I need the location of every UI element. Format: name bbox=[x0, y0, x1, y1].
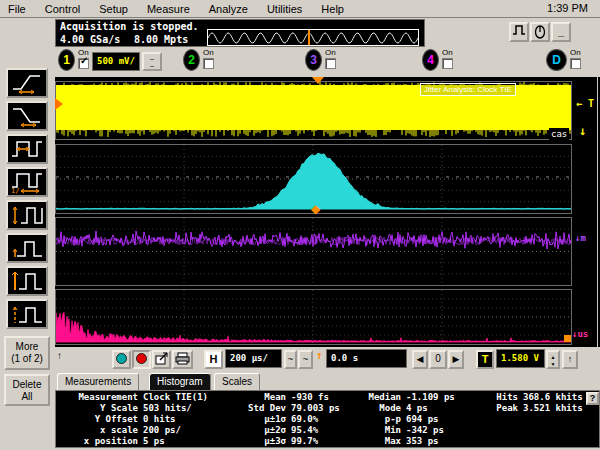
run-icon bbox=[116, 353, 127, 364]
result-value: 79.003 ps bbox=[291, 403, 340, 414]
acquisition-preview[interactable] bbox=[207, 29, 419, 46]
delay-right-button[interactable]: ▶ bbox=[448, 350, 464, 369]
jitter-analysis-annotation[interactable]: Jitter Analysis: Clock TIE bbox=[420, 83, 516, 96]
channel-2-button[interactable]: 2 bbox=[183, 49, 200, 71]
channel-3-button[interactable]: 3 bbox=[305, 49, 322, 71]
window-arrow-icon bbox=[155, 352, 168, 365]
peak-to-peak-icon bbox=[9, 203, 45, 227]
ch1-ground-marker-icon[interactable]: ↓ bbox=[579, 124, 586, 138]
meas-rise-time-button[interactable] bbox=[6, 68, 48, 98]
meas-frequency-button[interactable]: 1/ bbox=[6, 167, 48, 197]
menu-analyze[interactable]: Analyze bbox=[209, 3, 248, 15]
sample-rate-text: 4.00 GSa/s bbox=[60, 34, 120, 45]
meas-amplitude-button[interactable] bbox=[6, 266, 48, 296]
clock-display: 1:39 PM bbox=[547, 2, 588, 14]
trigger-level-display[interactable]: 1.580 V bbox=[496, 349, 545, 368]
acquisition-state-text: Acquisition is stopped. bbox=[60, 21, 198, 32]
menu-measure[interactable]: Measure bbox=[147, 3, 190, 15]
meas-fall-time-button[interactable] bbox=[6, 101, 48, 131]
meas-positive-width-button[interactable] bbox=[6, 134, 48, 164]
channel-2-on-label: On bbox=[203, 48, 214, 57]
timebase-scale-display[interactable]: 200 µs/ bbox=[225, 349, 282, 368]
menu-utilities[interactable]: Utilities bbox=[267, 3, 302, 15]
result-value: -1.109 ps bbox=[406, 392, 455, 403]
help-button[interactable]: ? bbox=[586, 392, 599, 405]
meas-average-button[interactable] bbox=[6, 299, 48, 329]
positive-width-icon bbox=[9, 137, 45, 161]
trigger-level-marker[interactable]: ← T bbox=[576, 98, 594, 109]
digital-on-control: On bbox=[570, 49, 588, 69]
print-button[interactable] bbox=[172, 350, 193, 369]
channel-1-button[interactable]: 1 bbox=[58, 49, 75, 71]
tab-measurements[interactable]: Measurements bbox=[57, 373, 139, 390]
meas-minimum-button[interactable] bbox=[6, 233, 48, 263]
trigger-level-spinner[interactable]: ▲ ▼ bbox=[546, 350, 560, 369]
more-measurements-button[interactable]: More (1 of 2) bbox=[4, 336, 50, 370]
channel-3-on-checkbox[interactable] bbox=[325, 58, 336, 69]
delay-zero-button[interactable]: 0 bbox=[429, 350, 447, 369]
horizontal-setup-button[interactable]: H bbox=[204, 350, 223, 369]
result-label: Mode bbox=[344, 403, 401, 414]
menu-help[interactable]: Help bbox=[321, 3, 344, 15]
result-label: Y Scale bbox=[58, 403, 138, 414]
mouse-icon bbox=[533, 24, 547, 39]
svg-text:1/: 1/ bbox=[11, 187, 19, 194]
trigger-setup-button[interactable]: T bbox=[476, 350, 494, 369]
timebase-position-display[interactable]: 0.0 s bbox=[326, 349, 407, 368]
trigger-time-marker-icon[interactable] bbox=[312, 77, 324, 84]
result-label: µ±2σ bbox=[206, 425, 286, 436]
channel-3-on-control: On bbox=[325, 49, 343, 69]
result-value: 503 hits/ bbox=[143, 403, 192, 414]
tie-trend-section[interactable] bbox=[55, 217, 572, 286]
rise-time-icon bbox=[9, 71, 45, 95]
pulse-mode-button[interactable] bbox=[509, 22, 529, 42]
result-label: µ±3σ bbox=[206, 436, 286, 447]
delay-left-button[interactable]: ◀ bbox=[412, 350, 428, 369]
hzoom-in-button[interactable]: ~ bbox=[298, 350, 313, 369]
spectrum-marker-icon[interactable]: ↓us bbox=[572, 329, 588, 339]
tie-trend-waveform bbox=[56, 218, 571, 285]
tie-trend-marker-icon[interactable]: ↓m bbox=[575, 233, 586, 243]
mouse-pointer-button[interactable] bbox=[530, 22, 550, 42]
ch1-level-arrow-icon[interactable] bbox=[55, 98, 63, 110]
menu-file[interactable]: File bbox=[8, 3, 26, 15]
channel-2-on-control: On bbox=[203, 49, 221, 69]
tab-histogram[interactable]: Histogram bbox=[149, 373, 211, 390]
square-wave-icon bbox=[512, 24, 526, 36]
hzoom-out-button[interactable]: ~ bbox=[284, 350, 297, 369]
menu-bar: File Control Setup Measure Analyze Utili… bbox=[0, 0, 600, 18]
stop-icon bbox=[136, 353, 147, 364]
menu-control[interactable]: Control bbox=[45, 3, 80, 15]
run-button[interactable] bbox=[112, 350, 131, 369]
plot-right-margin bbox=[572, 77, 600, 347]
tab-scales[interactable]: Scales bbox=[214, 373, 260, 390]
clear-display-button[interactable] bbox=[152, 350, 171, 369]
trigger-marker-button[interactable]: ↑ bbox=[562, 350, 578, 369]
results-column-setup: MeasurementClock TIE(1) Y Scale503 hits/… bbox=[58, 392, 208, 447]
histogram-mean-marker-icon[interactable]: ◆ bbox=[311, 202, 320, 216]
result-label: x position bbox=[58, 436, 138, 447]
result-value: 3.521 khits bbox=[523, 403, 583, 414]
channel-4-button[interactable]: 4 bbox=[422, 49, 439, 71]
minimize-button[interactable]: _ bbox=[551, 22, 571, 42]
spectrum-section[interactable] bbox=[55, 289, 572, 345]
result-label: Std Dev bbox=[206, 403, 286, 414]
result-value: 353 ps bbox=[406, 436, 439, 447]
menu-setup[interactable]: Setup bbox=[99, 3, 128, 15]
channel-4-on-checkbox[interactable] bbox=[442, 58, 453, 69]
spin-up-icon: ▲ bbox=[548, 354, 558, 361]
channel-1-on-checkbox[interactable]: ✓ bbox=[78, 58, 89, 69]
digital-channels-button[interactable]: D bbox=[546, 49, 567, 71]
channel-1-vertical-adjust-button[interactable]: ~ ~ bbox=[142, 52, 162, 71]
delete-all-button[interactable]: Delete All bbox=[4, 374, 50, 406]
average-icon bbox=[9, 302, 45, 326]
digital-on-checkbox[interactable] bbox=[570, 58, 581, 69]
stop-button[interactable] bbox=[132, 350, 151, 369]
result-label: µ±1σ bbox=[206, 414, 286, 425]
channel-2-on-checkbox[interactable] bbox=[203, 58, 214, 69]
result-label: Measurement bbox=[58, 392, 138, 403]
meas-peak-to-peak-button[interactable] bbox=[6, 200, 48, 230]
memory-depth-text: 8.00 Mpts bbox=[134, 34, 188, 45]
minimum-icon bbox=[9, 236, 45, 260]
channel-1-scale-display[interactable]: 500 mV/ bbox=[92, 52, 140, 71]
